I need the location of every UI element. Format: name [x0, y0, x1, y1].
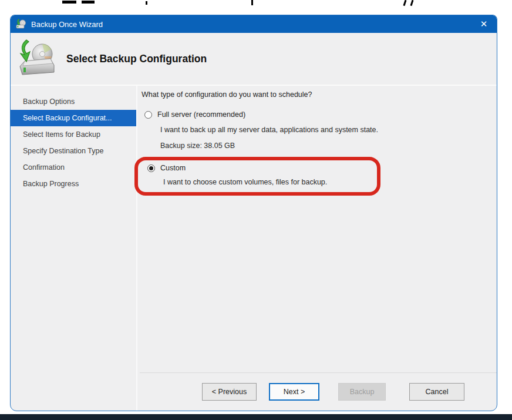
backup-drive-icon: [16, 19, 26, 29]
crop-artifact: [410, 0, 414, 6]
backup-size-text: Backup size: 38.05 GB: [160, 142, 486, 150]
wizard-header: Select Backup Configuration: [11, 33, 497, 86]
backup-disk-arrow-icon: [18, 39, 58, 78]
option-label: Custom: [160, 164, 186, 172]
question-text: What type of configuration do you want t…: [142, 90, 486, 99]
radio-option-full-server[interactable]: Full server (recommended): [144, 110, 486, 119]
wizard-content: What type of configuration do you want t…: [137, 86, 497, 411]
close-icon[interactable]: ✕: [471, 15, 497, 33]
crop-artifact: [146, 1, 147, 5]
radio-option-custom[interactable]: Custom: [147, 164, 371, 172]
radio-button-unselected[interactable]: [144, 111, 152, 119]
red-annotation-ring: Custom I want to choose custom volumes, …: [134, 157, 380, 196]
sidebar-item-confirmation[interactable]: Confirmation: [11, 159, 136, 176]
backup-once-wizard-dialog: Backup Once Wizard ✕: [10, 15, 497, 411]
sidebar-item-select-items-for-backup[interactable]: Select Items for Backup: [11, 126, 136, 143]
crop-artifact: [82, 1, 95, 4]
crop-artifact: [251, 0, 253, 5]
page-title: Select Backup Configuration: [66, 53, 207, 65]
cancel-button[interactable]: Cancel: [409, 383, 464, 401]
next-button[interactable]: Next >: [269, 383, 319, 401]
footer-divider: [140, 372, 497, 373]
option-label: Full server (recommended): [157, 110, 245, 119]
option-description: I want to back up all my server data, ap…: [160, 126, 486, 134]
option-description: I want to choose custom volumes, files f…: [163, 178, 371, 186]
radio-button-selected[interactable]: [147, 164, 155, 172]
sidebar-item-select-backup-configuration[interactable]: Select Backup Configurat...: [11, 110, 136, 126]
bottom-edge-strip: [0, 414, 512, 420]
title-bar: Backup Once Wizard ✕: [11, 15, 497, 33]
sidebar-item-backup-options[interactable]: Backup Options: [11, 93, 136, 110]
backup-button-disabled: Backup: [338, 383, 386, 401]
crop-artifact: [62, 1, 76, 4]
previous-button[interactable]: < Previous: [202, 383, 257, 401]
sidebar-item-backup-progress[interactable]: Backup Progress: [11, 176, 136, 192]
sidebar-item-specify-destination-type[interactable]: Specify Destination Type: [11, 143, 136, 159]
wizard-body: Backup Options Select Backup Configurat.…: [11, 86, 497, 411]
window-title: Backup Once Wizard: [31, 20, 471, 29]
wizard-steps-sidebar: Backup Options Select Backup Configurat.…: [11, 86, 137, 411]
crop-artifact: [403, 0, 407, 6]
